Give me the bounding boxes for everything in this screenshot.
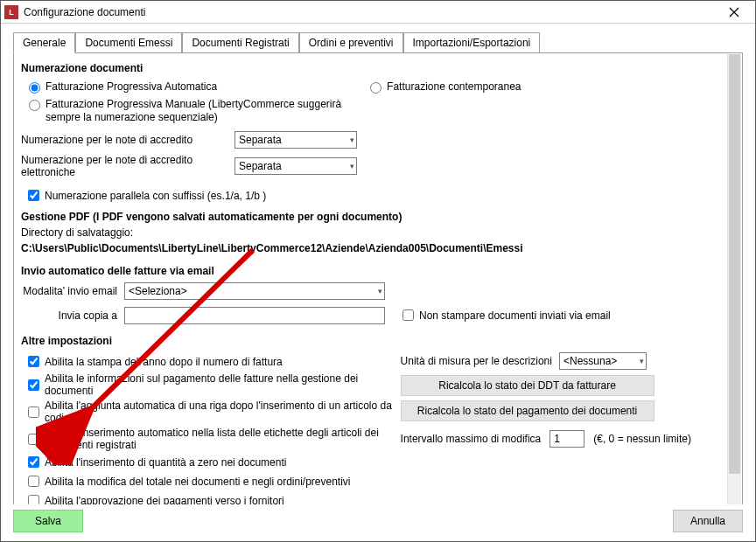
radio-fatturazione-contemporanea[interactable]: Fatturazione contemporanea [366,80,521,94]
checkbox-info-pagamento[interactable]: Abilita le informazioni sul pagamento de… [24,372,401,397]
intervallo-input[interactable] [550,430,584,448]
scrollbar-thumb[interactable] [729,54,740,474]
um-label: Unità di misura per le descrizioni [401,355,552,367]
invia-copia-label: Invia copia a [21,309,117,322]
app-icon: L [4,5,18,19]
modalita-invio-label: Modalita' invio email [21,285,117,297]
radio-fatturazione-manuale[interactable]: Fatturazione Progressiva Manuale (Libert… [24,98,374,124]
chevron-down-icon: ▾ [350,162,354,170]
checkbox-modifica-totale-label: Abilita la modifica del totale nei docum… [45,476,351,488]
checkbox-stampa-anno[interactable]: Abilita la stampa dell'anno dopo il nume… [24,353,401,370]
intervallo-hint: (€, 0 = nessun limite) [593,433,691,445]
checkbox-aggiunta-automatica-label: Abilita l'aggiunta automatica di una rig… [45,400,401,424]
checkbox-approvazione-pagamenti-label: Abilita l'approvazione dei pagamenti ver… [45,495,284,505]
checkbox-approvazione-pagamenti[interactable]: Abilita l'approvazione dei pagamenti ver… [24,492,401,504]
radio-fatturazione-manuale-label: Fatturazione Progressiva Manuale (Libert… [46,98,374,124]
combo-modalita-invio-value: <Seleziona> [129,285,187,297]
tab-importazioni-esportazioni[interactable]: Importazioni/Esportazioni [403,32,541,52]
intervallo-label: Intervallo massimo di modifica [401,433,542,445]
group-email-title: Invio automatico delle fatture via email [21,265,718,277]
save-button[interactable]: Salva [13,510,83,532]
group-pdf-title: Gestione PDF (I PDF vengono salvati auto… [21,211,718,223]
group-numerazione-title: Numerazione documenti [21,62,718,74]
cancel-button[interactable]: Annulla [673,510,743,532]
group-altre-title: Altre impostazioni [21,335,718,347]
btn-ricalcola-pagamento[interactable]: Ricalcola lo stato del pagamento dei doc… [401,400,654,421]
combo-note-accredito-elettroniche[interactable]: Separata ▾ [234,157,357,175]
checkbox-non-stampare[interactable]: Non stampare documenti inviati via email [399,307,611,323]
checkbox-quantita-zero[interactable]: Abilita l'inserimento di quantità a zero… [24,454,401,470]
combo-unita-misura-value: <Nessuna> [564,355,617,367]
checkbox-modifica-totale[interactable]: Abilita la modifica del totale nei docum… [24,473,401,490]
chevron-down-icon: ▾ [640,357,644,365]
tab-documenti-registrati[interactable]: Documenti Registrati [182,32,298,52]
combo-note-accredito[interactable]: Separata ▾ [234,131,357,149]
invia-copia-input[interactable] [124,307,385,324]
note-accredito-label: Numerazione per le note di accredito [21,134,234,146]
window-title: Configurazione documenti [24,6,145,18]
radio-fatturazione-automatica[interactable]: Fatturazione Progressiva Automatica [24,80,217,94]
combo-note-accredito-ele-value: Separata [239,160,282,172]
checkbox-non-stampare-label: Non stampare documenti inviati via email [419,309,611,322]
chevron-down-icon: ▾ [350,136,354,144]
radio-fatturazione-automatica-label: Fatturazione Progressiva Automatica [46,80,217,93]
close-icon[interactable] [717,2,752,23]
combo-note-accredito-value: Separata [239,134,282,146]
tab-documenti-emessi[interactable]: Documenti Emessi [75,32,182,52]
tab-ordini-preventivi[interactable]: Ordini e preventivi [299,32,403,52]
chevron-down-icon: ▾ [378,287,382,295]
checkbox-inserimento-etichette-label: Abilita l'inserimento automatico nella l… [45,427,401,451]
combo-unita-misura[interactable]: <Nessuna> ▾ [559,352,647,370]
app-icon-text: L [9,8,14,17]
combo-modalita-invio[interactable]: <Seleziona> ▾ [124,282,385,300]
scrollbar-track[interactable] [727,54,741,504]
checkbox-quantita-zero-label: Abilita l'inserimento di quantità a zero… [45,456,286,469]
pdf-dir-value: C:\Users\Public\Documents\LibertyLine\Li… [21,242,718,254]
tab-generale[interactable]: Generale [13,32,75,53]
note-accredito-ele-label: Numerazione per le note di accredito ele… [21,154,234,178]
checkbox-numerazione-parallela[interactable]: Numerazione parallela con suffissi (es.1… [24,187,718,204]
checkbox-info-pagamento-label: Abilita le informazioni sul pagamento de… [45,372,401,397]
checkbox-aggiunta-automatica[interactable]: Abilita l'aggiunta automatica di una rig… [24,400,401,424]
checkbox-inserimento-etichette[interactable]: Abilita l'inserimento automatico nella l… [24,427,401,451]
radio-fatturazione-contemporanea-label: Fatturazione contemporanea [387,80,521,93]
checkbox-stampa-anno-label: Abilita la stampa dell'anno dopo il nume… [45,356,283,368]
btn-ricalcola-ddt[interactable]: Ricalcola lo stato dei DDT da fatturare [401,375,654,396]
checkbox-numerazione-parallela-label: Numerazione parallela con suffissi (es.1… [45,190,266,202]
pdf-dir-label: Directory di salvataggio: [21,226,718,239]
tab-panel-generale: Numerazione documenti Fatturazione Progr… [13,52,743,504]
